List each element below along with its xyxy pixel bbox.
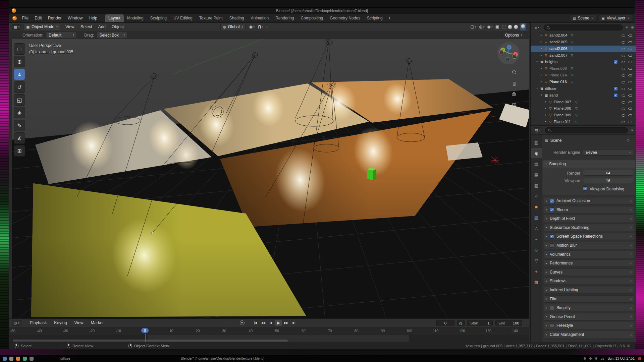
toggle-perspective-grid-icon[interactable] bbox=[510, 101, 518, 109]
disable-in-render-icon[interactable] bbox=[629, 108, 632, 110]
hide-in-viewport-icon[interactable] bbox=[622, 108, 625, 110]
panel-motion-blur[interactable]: ▸Motion Blur≡ bbox=[543, 242, 635, 249]
outliner-row-plane-007[interactable]: ▸▽Plane.007▽ bbox=[531, 99, 636, 106]
taskbar-window-button[interactable]: Blender* [/home/amalie/Desktop/blender/t… bbox=[181, 357, 264, 360]
expand-icon[interactable]: ▸ bbox=[545, 113, 546, 116]
tab-animation[interactable]: Animation bbox=[248, 14, 272, 22]
outliner-row-sand[interactable]: ▾▦sand✓ bbox=[531, 92, 636, 99]
collapse-icon[interactable]: ▾ bbox=[541, 94, 542, 97]
panel-bloom[interactable]: ▸✓Bloom≡ bbox=[543, 206, 635, 214]
editor-type-timeline-icon[interactable]: ◷▾ bbox=[12, 320, 21, 326]
taskbar-app-icon[interactable] bbox=[23, 357, 27, 361]
panel-screen-space-reflections[interactable]: ▸✓Screen Space Reflections≡ bbox=[543, 233, 635, 240]
properties-tab-texture[interactable]: ▩ bbox=[531, 277, 542, 287]
sampling-panel-header[interactable]: ▾Sampling bbox=[543, 160, 635, 168]
start-frame-field[interactable]: Start1 bbox=[467, 320, 493, 326]
tray-icon[interactable] bbox=[595, 357, 597, 360]
panel-film[interactable]: ▸Film≡ bbox=[543, 295, 635, 303]
view-layer-selector[interactable]: ▣ ViewLayer × bbox=[599, 15, 632, 21]
viewport-denoising-checkbox[interactable]: ✓ bbox=[583, 186, 587, 191]
blender-menu-icon[interactable] bbox=[12, 16, 17, 20]
empty-gizmo[interactable] bbox=[491, 157, 499, 164]
viewport-menu-view[interactable]: View bbox=[62, 23, 77, 30]
tab-compositing[interactable]: Compositing bbox=[298, 14, 327, 22]
next-frame-button[interactable]: ▶▶ bbox=[283, 320, 289, 326]
expand-icon[interactable]: ▸ bbox=[541, 54, 542, 57]
panel-indirect-lighting[interactable]: ▸Indirect Lighting≡ bbox=[543, 286, 635, 294]
outliner-row-heights[interactable]: ▾▦heights✓ bbox=[531, 59, 636, 65]
cube-object[interactable] bbox=[367, 168, 376, 180]
hide-in-viewport-icon[interactable] bbox=[622, 121, 625, 123]
taskbar-app-icon[interactable] bbox=[30, 357, 34, 361]
panel-volumetrics[interactable]: ▸Volumetrics≡ bbox=[543, 251, 635, 258]
outliner-row-plane-009[interactable]: ▸▽Plane.009▽ bbox=[531, 112, 636, 119]
sampling-viewport-field[interactable]: 16 bbox=[583, 178, 633, 183]
outliner-row-sand2-005[interactable]: ▸▽sand2.005▽ bbox=[531, 39, 636, 46]
hide-in-viewport-icon[interactable] bbox=[622, 95, 625, 97]
outliner-row-plane-011[interactable]: ▸▽Plane.011▽ bbox=[531, 119, 636, 125]
taskbar-app-icon[interactable] bbox=[9, 357, 13, 361]
render-engine-dropdown[interactable]: Eevee▾ bbox=[583, 149, 633, 156]
viewport-menu-object[interactable]: Object bbox=[109, 23, 127, 30]
hide-in-viewport-icon[interactable] bbox=[622, 41, 625, 44]
expand-icon[interactable]: ▸ bbox=[541, 40, 542, 43]
collapse-icon[interactable]: ▾ bbox=[536, 60, 538, 63]
menu-file[interactable]: File bbox=[19, 15, 32, 21]
disable-in-render-icon[interactable] bbox=[629, 41, 632, 43]
auto-keying-record-icon[interactable] bbox=[240, 320, 245, 325]
tool-add-cube[interactable]: ⊞ bbox=[14, 145, 25, 157]
hide-in-viewport-icon[interactable] bbox=[622, 48, 625, 50]
expand-icon[interactable]: ▸ bbox=[545, 120, 546, 123]
collection-checkbox[interactable]: ✓ bbox=[613, 86, 618, 91]
properties-tab-world[interactable]: ○ bbox=[531, 191, 542, 201]
previous-frame-button[interactable]: ◀ bbox=[267, 320, 274, 326]
panel-freestyle[interactable]: ▸Freestyle≡ bbox=[543, 322, 635, 329]
properties-tab-render[interactable]: ◉ bbox=[531, 148, 542, 158]
gizmos-icon[interactable]: ◎▾ bbox=[479, 24, 485, 29]
expand-icon[interactable]: ▸ bbox=[541, 67, 542, 70]
panel-simplify[interactable]: ▸Simplify≡ bbox=[543, 304, 635, 311]
playback-sync-icon[interactable]: ◷ bbox=[457, 320, 465, 326]
panel-checkbox[interactable] bbox=[550, 323, 554, 328]
properties-tab-physics[interactable]: ◒ bbox=[531, 234, 542, 244]
tool-move[interactable]: ↔↕ bbox=[14, 69, 25, 80]
disable-in-render-icon[interactable] bbox=[629, 88, 632, 90]
properties-tab-constraints[interactable]: ◇ bbox=[531, 245, 542, 255]
timeline-track[interactable] bbox=[9, 335, 529, 342]
orientation-dropdown[interactable]: Default▾ bbox=[46, 32, 77, 38]
jump-to-prev-keyframe-button[interactable]: ◀◀ bbox=[260, 320, 266, 326]
disable-in-render-icon[interactable] bbox=[629, 55, 632, 57]
properties-filter-icon[interactable]: ▼ bbox=[631, 129, 634, 132]
timeline-menu-marker[interactable]: Marker bbox=[88, 319, 107, 326]
outliner-row-plane-016[interactable]: ▸▽Plane.016▽ bbox=[531, 79, 636, 85]
tool-measure[interactable]: ∡ bbox=[14, 132, 25, 144]
menu-render[interactable]: Render bbox=[45, 15, 65, 21]
outliner-row-plane-014[interactable]: ▸▽Plane.014▽ bbox=[531, 72, 636, 79]
tab-layout[interactable]: Layout bbox=[105, 14, 124, 22]
timeline-ruler[interactable]: -50-40-30-20-100102030405060708090100110… bbox=[9, 327, 529, 335]
hide-in-viewport-icon[interactable] bbox=[622, 35, 625, 37]
jump-to-start-button[interactable]: |◀ bbox=[252, 320, 259, 326]
3d-viewport[interactable]: User Perspective (0) textures | ground.0… bbox=[12, 39, 529, 318]
disable-in-render-icon[interactable] bbox=[629, 35, 632, 37]
panel-checkbox[interactable]: ✓ bbox=[550, 199, 554, 203]
tool-scale[interactable]: ◱ bbox=[14, 94, 25, 106]
properties-search-input[interactable] bbox=[545, 127, 628, 133]
snap-magnet-icon[interactable]: ▾ bbox=[258, 25, 263, 28]
menu-edit[interactable]: Edit bbox=[32, 15, 45, 21]
taskbar-app-icon[interactable] bbox=[16, 357, 20, 361]
expand-icon[interactable]: ▸ bbox=[541, 47, 542, 50]
tab-rendering[interactable]: Rendering bbox=[272, 14, 297, 22]
tab-uv-editing[interactable]: UV Editing bbox=[170, 14, 196, 22]
camera-view-icon[interactable] bbox=[510, 90, 518, 98]
shading-wireframe-icon[interactable] bbox=[502, 25, 506, 29]
keyboard-layout[interactable]: us bbox=[601, 357, 604, 360]
panel-checkbox[interactable]: ✓ bbox=[550, 234, 554, 239]
hide-in-viewport-icon[interactable] bbox=[622, 88, 625, 90]
editor-type-properties-icon[interactable]: ▤▾ bbox=[533, 127, 542, 133]
tool-select-box[interactable]: ◻ bbox=[14, 43, 25, 55]
properties-tab-particles[interactable]: ∴ bbox=[531, 223, 542, 233]
disable-in-render-icon[interactable] bbox=[629, 81, 632, 83]
properties-tab-view-layer[interactable]: ▦ bbox=[531, 170, 542, 180]
tab-scripting[interactable]: Scripting bbox=[364, 14, 386, 22]
